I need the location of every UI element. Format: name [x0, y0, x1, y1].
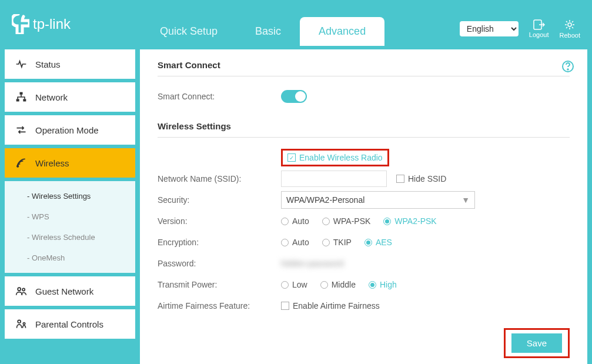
- logout-icon: [533, 19, 545, 30]
- version-wpa2-psk[interactable]: WPA2-PSK: [383, 216, 436, 226]
- sidebar-label: Status: [35, 59, 61, 69]
- sub-wireless-schedule[interactable]: - Wireless Schedule: [5, 227, 135, 248]
- sidebar-label: Operation Mode: [35, 125, 99, 135]
- svg-point-9: [23, 323, 25, 325]
- power-label: Transmit Power:: [158, 280, 281, 289]
- version-label: Version:: [158, 216, 281, 226]
- password-label: Password:: [158, 259, 281, 268]
- version-auto[interactable]: Auto: [281, 216, 309, 226]
- sidebar-item-status[interactable]: Status: [5, 49, 135, 79]
- power-low[interactable]: Low: [281, 280, 307, 289]
- tplink-logo-icon: [12, 14, 29, 34]
- airtime-checkbox[interactable]: [281, 302, 289, 310]
- security-value: WPA/WPA2-Personal: [286, 195, 364, 205]
- svg-point-7: [22, 288, 25, 290]
- svg-point-1: [568, 23, 571, 26]
- sidebar: Status Network Operation Mode Wireless -…: [0, 46, 135, 364]
- parental-icon: [15, 318, 27, 330]
- encryption-tkip[interactable]: TKIP: [322, 238, 352, 247]
- power-radio-group: Low Middle High: [281, 280, 397, 289]
- help-icon: [561, 60, 574, 73]
- svg-point-8: [18, 320, 21, 323]
- sidebar-item-wireless[interactable]: Wireless: [5, 148, 135, 178]
- sidebar-item-operation-mode[interactable]: Operation Mode: [5, 115, 135, 145]
- save-button[interactable]: Save: [511, 333, 562, 353]
- ssid-label: Network Name (SSID):: [158, 174, 281, 183]
- enable-radio-label: Enable Wireless Radio: [299, 153, 383, 162]
- header-right: English Logout Reboot: [460, 19, 580, 46]
- sidebar-submenu: - Wireless Settings - WPS - Wireless Sch…: [5, 181, 135, 273]
- section-smart-connect-title: Smart Connect: [158, 60, 570, 76]
- security-label: Security:: [158, 195, 281, 205]
- sidebar-item-parental-controls[interactable]: Parental Controls: [5, 309, 135, 339]
- airtime-checkbox-label: Enable Airtime Fairness: [293, 301, 380, 310]
- sidebar-label: Guest Network: [35, 286, 93, 296]
- network-icon: [15, 91, 27, 103]
- header: tp-link Quick Setup Basic Advanced Engli…: [0, 0, 592, 46]
- svg-rect-3: [16, 99, 19, 101]
- chevron-down-icon: ▼: [461, 195, 470, 205]
- svg-rect-4: [23, 99, 26, 101]
- encryption-aes[interactable]: AES: [364, 238, 392, 247]
- reboot-icon: [564, 19, 576, 31]
- tab-quick-setup[interactable]: Quick Setup: [141, 17, 236, 46]
- guest-network-icon: [15, 285, 27, 297]
- hide-ssid-checkbox[interactable]: [396, 175, 404, 183]
- save-area: Save: [158, 328, 570, 358]
- logo-area: tp-link: [12, 14, 141, 46]
- status-icon: [15, 58, 27, 70]
- password-value: hidden-password: [281, 259, 344, 268]
- ssid-input[interactable]: [281, 171, 387, 187]
- wireless-icon: [15, 157, 27, 169]
- airtime-label: Airtime Fairness Feature:: [158, 301, 281, 310]
- reboot-label: Reboot: [560, 32, 580, 39]
- sub-wireless-settings[interactable]: - Wireless Settings: [5, 186, 135, 206]
- save-highlight: Save: [504, 328, 570, 358]
- sidebar-item-network[interactable]: Network: [5, 82, 135, 112]
- enable-radio-checkbox[interactable]: ✓: [287, 153, 296, 162]
- operation-mode-icon: [15, 124, 27, 136]
- hide-ssid-label: Hide SSID: [408, 174, 446, 183]
- logout-button[interactable]: Logout: [529, 19, 549, 38]
- sub-onemesh[interactable]: - OneMesh: [5, 248, 135, 268]
- tab-advanced[interactable]: Advanced: [300, 17, 384, 46]
- section-wireless-title: Wireless Settings: [158, 121, 570, 138]
- power-middle[interactable]: Middle: [320, 280, 356, 289]
- sidebar-item-guest-network[interactable]: Guest Network: [5, 276, 135, 306]
- brand-logo: tp-link: [12, 14, 71, 34]
- svg-point-5: [17, 166, 19, 168]
- language-select[interactable]: English: [460, 21, 519, 36]
- version-wpa-psk[interactable]: WPA-PSK: [322, 216, 371, 226]
- sidebar-label: Network: [35, 92, 68, 102]
- help-button[interactable]: [561, 60, 574, 75]
- sidebar-label: Parental Controls: [35, 319, 103, 329]
- encryption-auto[interactable]: Auto: [281, 238, 309, 247]
- smart-connect-label: Smart Connect:: [158, 92, 281, 101]
- svg-point-6: [18, 288, 21, 290]
- security-dropdown[interactable]: WPA/WPA2-Personal ▼: [281, 191, 475, 209]
- svg-point-11: [567, 69, 568, 70]
- brand-text: tp-link: [33, 16, 71, 32]
- svg-rect-2: [20, 92, 23, 95]
- body: Status Network Operation Mode Wireless -…: [0, 46, 592, 364]
- main-content: Smart Connect Smart Connect: Wireless Se…: [140, 49, 587, 364]
- reboot-button[interactable]: Reboot: [560, 19, 580, 39]
- version-radio-group: Auto WPA-PSK WPA2-PSK: [281, 216, 437, 226]
- encryption-radio-group: Auto TKIP AES: [281, 238, 392, 247]
- tab-basic[interactable]: Basic: [236, 17, 300, 46]
- power-high[interactable]: High: [369, 280, 397, 289]
- smart-connect-toggle[interactable]: [281, 90, 307, 103]
- top-tabs: Quick Setup Basic Advanced: [141, 17, 384, 46]
- encryption-label: Encryption:: [158, 238, 281, 247]
- enable-radio-highlight: ✓ Enable Wireless Radio: [281, 149, 389, 166]
- sidebar-label: Wireless: [35, 158, 69, 168]
- sub-wps[interactable]: - WPS: [5, 206, 135, 227]
- logout-label: Logout: [529, 31, 549, 38]
